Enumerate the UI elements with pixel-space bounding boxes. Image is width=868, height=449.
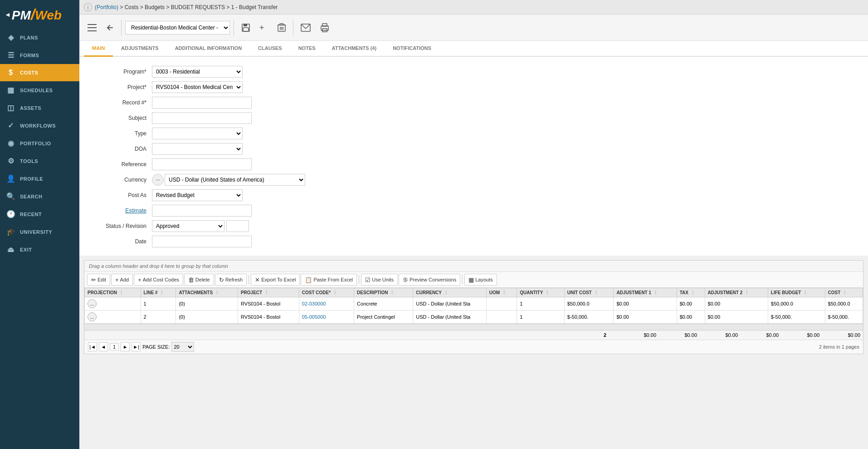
sidebar-item-costs[interactable]: $ Costs xyxy=(0,64,79,81)
date-input[interactable]: 27-09-2011 xyxy=(152,236,252,247)
record-input[interactable]: 1 xyxy=(152,97,252,109)
sidebar-item-profile[interactable]: 👤 Profile xyxy=(0,170,79,187)
sort-adj1[interactable]: ⋮ xyxy=(653,291,658,295)
post-as-select[interactable]: Revised Budget xyxy=(152,189,243,201)
cell-cost-code-2[interactable]: 05-005000 xyxy=(299,311,354,324)
add-row-button[interactable]: + Add xyxy=(111,274,133,286)
breadcrumb-portfolio[interactable]: (Portfolio) xyxy=(95,4,118,10)
type-select[interactable] xyxy=(152,128,243,139)
row-options-button-1[interactable]: ... xyxy=(88,299,97,308)
tab-adjustments[interactable]: ADJUSTMENTS xyxy=(113,41,167,57)
estimate-label[interactable]: Estimate xyxy=(88,207,152,214)
refresh-button[interactable]: ↻ Refresh xyxy=(215,274,247,286)
paste-excel-button[interactable]: 📋 Paste From Excel xyxy=(301,274,357,286)
col-uom[interactable]: UOM ⋮ xyxy=(486,288,517,297)
add-cost-codes-button[interactable]: + Add Cost Codes xyxy=(134,274,183,286)
delete-row-button[interactable]: 🗑 Delete xyxy=(184,274,214,286)
next-page-button[interactable]: ► xyxy=(121,342,130,351)
menu-button[interactable] xyxy=(84,22,100,33)
export-excel-button[interactable]: ✕ Export To Excel xyxy=(251,274,300,286)
sidebar-item-university[interactable]: 🎓 University xyxy=(0,223,79,241)
sort-cost[interactable]: ⋮ xyxy=(843,291,847,295)
sort-quantity[interactable]: ⋮ xyxy=(545,291,549,295)
project-select[interactable]: Residential-Boston Medical Center - xyxy=(125,21,230,35)
print-button[interactable] xyxy=(316,21,333,34)
first-page-button[interactable]: |◄ xyxy=(88,342,97,351)
sidebar-item-assets[interactable]: ◫ Assets xyxy=(0,99,79,117)
status-wrap: Approved 0 xyxy=(152,220,249,232)
use-units-button[interactable]: ☑ Use Units xyxy=(361,274,398,286)
back-button[interactable] xyxy=(102,22,117,34)
last-page-button[interactable]: ►| xyxy=(132,342,141,351)
col-unit-cost[interactable]: UNIT COST ⋮ xyxy=(564,288,614,297)
currency-helper-button[interactable]: ··· xyxy=(152,174,164,186)
currency-select[interactable]: USD - Dollar (United States of America) xyxy=(165,174,305,186)
col-projection[interactable]: PROJECTION ⋮ xyxy=(85,288,141,297)
email-button[interactable] xyxy=(297,22,314,34)
layouts-button[interactable]: ▦ Layouts xyxy=(464,274,497,286)
status-select[interactable]: Approved xyxy=(152,220,224,232)
cell-cost-code-1[interactable]: 02-030000 xyxy=(299,297,354,311)
date-row: Date 27-09-2011 xyxy=(88,236,859,247)
col-adj1[interactable]: ADJUSTMENT 1 ⋮ xyxy=(614,288,677,297)
col-tax[interactable]: TAX ⋮ xyxy=(677,288,705,297)
sort-adj2[interactable]: ⋮ xyxy=(745,291,749,295)
sidebar-item-recent[interactable]: 🕐 Recent xyxy=(0,205,79,223)
table-scroll[interactable]: PROJECTION ⋮ LINE # ⋮ ATTACHMENTS ⋮ xyxy=(84,288,863,324)
subject-input[interactable]: Budget Transfer xyxy=(152,112,252,124)
preview-conversions-button[interactable]: ⑤ Preview Conversions xyxy=(399,274,460,286)
add-button[interactable]: + xyxy=(256,21,272,34)
sidebar-item-exit[interactable]: ⏏ Exit xyxy=(0,241,79,258)
project-select-field[interactable]: RVS0104 - Boston Medical Center xyxy=(152,81,243,93)
col-currency[interactable]: CURRENCY ⋮ xyxy=(413,288,486,297)
sort-uom[interactable]: ⋮ xyxy=(502,291,506,295)
sidebar-item-tools[interactable]: ⚙ Tools xyxy=(0,152,79,170)
reference-input[interactable] xyxy=(152,158,252,170)
sidebar-item-forms[interactable]: ☰ Forms xyxy=(0,46,79,64)
prev-page-button[interactable]: ◄ xyxy=(99,342,108,351)
program-select[interactable]: 0003 - Residential xyxy=(152,66,243,78)
col-project[interactable]: PROJECT ⋮ xyxy=(238,288,299,297)
sort-cost-code[interactable]: ⋮ xyxy=(333,291,337,295)
col-cost-code[interactable]: COST CODE* ⋮ xyxy=(299,288,354,297)
col-line[interactable]: LINE # ⋮ xyxy=(141,288,176,297)
sort-description[interactable]: ⋮ xyxy=(390,291,394,295)
tab-notes[interactable]: NOTES xyxy=(290,41,324,57)
sort-project[interactable]: ⋮ xyxy=(264,291,268,295)
tab-main[interactable]: MAIN xyxy=(84,41,113,57)
col-adj2[interactable]: ADJUSTMENT 2 ⋮ xyxy=(705,288,768,297)
sidebar-item-workflows[interactable]: ✓ Workflows xyxy=(0,117,79,134)
sort-attachments[interactable]: ⋮ xyxy=(215,291,219,295)
sidebar-item-schedules[interactable]: ▦ Schedules xyxy=(0,81,79,99)
revision-input[interactable]: 0 xyxy=(226,220,249,232)
col-description[interactable]: DESCRIPTION ⋮ xyxy=(354,288,413,297)
cell-projection-2[interactable]: ... xyxy=(85,311,141,324)
tab-additional-information[interactable]: ADDITIONAL INFORMATION xyxy=(167,41,250,57)
sort-life-budget[interactable]: ⋮ xyxy=(803,291,807,295)
tab-clauses[interactable]: CLAUSES xyxy=(250,41,290,57)
save-button[interactable] xyxy=(238,21,254,34)
page-size-select[interactable]: 20 xyxy=(171,342,194,352)
sidebar-item-portfolio[interactable]: ◉ Portfolio xyxy=(0,134,79,152)
sort-line[interactable]: ⋮ xyxy=(160,291,164,295)
col-life-budget[interactable]: LIFE BUDGET ⋮ xyxy=(768,288,825,297)
cell-projection-1[interactable]: ... xyxy=(85,297,141,311)
doa-select[interactable] xyxy=(152,143,243,155)
tab-notifications[interactable]: NOTIFICATIONS xyxy=(385,41,439,57)
col-cost[interactable]: COST ⋮ xyxy=(825,288,863,297)
edit-button[interactable]: ✏ Edit xyxy=(87,274,110,286)
sidebar-item-plans[interactable]: ◈ Plans xyxy=(0,29,79,46)
horizontal-scrollbar[interactable] xyxy=(84,324,863,330)
sort-projection[interactable]: ⋮ xyxy=(119,291,123,295)
sort-tax[interactable]: ⋮ xyxy=(691,291,695,295)
row-options-button-2[interactable]: ... xyxy=(88,312,97,321)
sidebar-item-search[interactable]: 🔍 Search xyxy=(0,187,79,205)
estimate-input[interactable] xyxy=(152,205,252,217)
col-attachments[interactable]: ATTACHMENTS ⋮ xyxy=(176,288,238,297)
info-icon[interactable]: i xyxy=(84,3,92,11)
tab-attachments[interactable]: ATTACHMENTS (4) xyxy=(324,41,385,57)
delete-button[interactable] xyxy=(274,21,289,34)
col-quantity[interactable]: QUANTITY ⋮ xyxy=(517,288,565,297)
sort-currency[interactable]: ⋮ xyxy=(444,291,448,295)
sort-unit-cost[interactable]: ⋮ xyxy=(594,291,598,295)
